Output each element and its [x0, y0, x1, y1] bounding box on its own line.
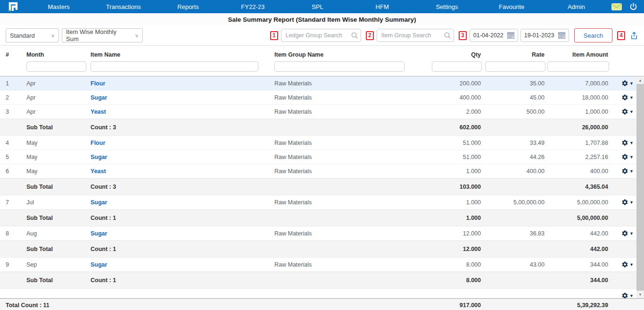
- nav-item-masters[interactable]: Masters: [26, 3, 91, 10]
- vertical-scrollbar[interactable]: ▲ ▼: [636, 76, 644, 298]
- nav-item-transactions[interactable]: Transactions: [91, 3, 156, 10]
- table-row[interactable]: 7 Jul Sugar Raw Materials 1.000 5,00,000…: [0, 195, 636, 209]
- table-row[interactable]: 9 Sep Sugar Raw Materials 8.000 43.00 34…: [0, 258, 636, 272]
- item-link[interactable]: Yeast: [91, 109, 106, 115]
- subtotal-row: Sub Total Count : 3 602.000 26,000.00: [0, 119, 636, 136]
- rate-filter-input[interactable]: [485, 61, 545, 72]
- scroll-up-icon[interactable]: ▲: [636, 76, 644, 84]
- item-link[interactable]: Sugar: [91, 230, 107, 237]
- item-name-filter-input[interactable]: [91, 61, 258, 72]
- row-settings-gear-icon[interactable]: [621, 168, 628, 175]
- item-link[interactable]: Flour: [91, 140, 105, 146]
- month-filter-input[interactable]: [26, 61, 86, 72]
- row-settings-caret-icon[interactable]: ▼: [629, 169, 634, 174]
- top-nav-bar: Masters Transactions Reports FY22-23 SPL…: [0, 0, 644, 13]
- report-view-select[interactable]: Item Wise Monthly Sum ∨: [62, 28, 143, 42]
- table-header: # Month Item Name Item Group Name Qty Ra…: [0, 46, 644, 76]
- filter-row: [0, 59, 644, 76]
- item-link[interactable]: Sugar: [91, 94, 107, 101]
- row-settings-caret-icon[interactable]: ▼: [629, 262, 634, 267]
- subtotal-qty: 1.000: [430, 215, 482, 221]
- nav-item-reports[interactable]: Reports: [156, 3, 220, 10]
- subtotal-amount: 4,365.04: [545, 184, 609, 190]
- table-row[interactable]: 5 May Sugar Raw Materials 51.000 44.26 2…: [0, 150, 636, 164]
- annotation-badge-4: 4: [617, 31, 625, 40]
- row-settings-gear-icon[interactable]: [621, 261, 628, 268]
- table-rows: 1 Apr Flour Raw Materials 200.000 35.00 …: [0, 76, 636, 298]
- ledger-group-search-input[interactable]: [281, 29, 361, 42]
- row-group: Raw Materials: [274, 230, 430, 237]
- date-from-input[interactable]: [473, 32, 507, 39]
- power-icon[interactable]: [629, 3, 637, 11]
- row-amount: 7,000.00: [545, 80, 609, 87]
- row-month: Jul: [26, 199, 91, 206]
- row-settings-gear-icon[interactable]: [621, 80, 628, 87]
- row-group: Raw Materials: [274, 199, 430, 206]
- qty-filter-input[interactable]: [432, 61, 482, 72]
- item-link[interactable]: Sugar: [91, 154, 107, 160]
- subtotal-label: Sub Total: [26, 246, 91, 252]
- row-settings-gear-icon[interactable]: [621, 230, 628, 237]
- nav-item-admin[interactable]: Admin: [544, 3, 609, 10]
- table-row[interactable]: 2 Apr Sugar Raw Materials 400.000 45.00 …: [0, 91, 636, 105]
- row-month: Apr: [26, 94, 91, 101]
- item-link[interactable]: Sugar: [91, 261, 107, 268]
- table-row[interactable]: 4 May Flour Raw Materials 51.000 33.49 1…: [0, 136, 636, 150]
- table-row[interactable]: 1 Apr Flour Raw Materials 200.000 35.00 …: [0, 76, 636, 91]
- nav-item-fy22-23[interactable]: FY22-23: [221, 3, 285, 10]
- row-month: Apr: [26, 109, 91, 115]
- item-link[interactable]: Sugar: [91, 199, 107, 206]
- item-group-filter-input[interactable]: [274, 61, 405, 72]
- row-settings-caret-icon[interactable]: ▼: [629, 231, 634, 236]
- date-to-input[interactable]: [524, 32, 558, 39]
- row-settings-gear-icon[interactable]: [621, 139, 628, 146]
- item-link[interactable]: Flour: [91, 80, 105, 87]
- table-row[interactable]: ▼: [0, 289, 636, 298]
- table-footer: Total Count : 11 917.000 5,39,292.39: [0, 298, 644, 310]
- row-settings-caret-icon[interactable]: ▼: [629, 155, 634, 159]
- table-row[interactable]: 3 Apr Yeast Raw Materials 2.000 500.00 1…: [0, 105, 636, 119]
- search-button[interactable]: Search: [574, 28, 612, 42]
- row-settings-caret-icon[interactable]: ▼: [629, 81, 634, 86]
- calendar-icon[interactable]: [507, 32, 514, 39]
- subtotal-count: Count : 3: [91, 184, 274, 190]
- subtotal-amount: 344.00: [545, 277, 609, 284]
- item-group-search-input[interactable]: [377, 29, 454, 42]
- row-rate: 44.26: [482, 154, 545, 160]
- row-settings-gear-icon[interactable]: [621, 94, 628, 101]
- scroll-down-icon[interactable]: ▼: [636, 291, 644, 298]
- row-settings-caret-icon[interactable]: ▼: [629, 109, 634, 114]
- row-settings-caret-icon[interactable]: ▼: [629, 95, 634, 100]
- nav-item-hfm[interactable]: HFM: [350, 3, 414, 10]
- row-settings-caret-icon[interactable]: ▼: [629, 200, 634, 205]
- col-header-month: Month: [26, 50, 91, 59]
- subtotal-amount: 5,00,000.00: [545, 215, 609, 221]
- row-rate: 5,00,000.00: [482, 199, 545, 206]
- report-type-select[interactable]: Standard ∨: [6, 28, 59, 42]
- row-settings-caret-icon[interactable]: ▼: [629, 141, 634, 145]
- row-number: 5: [0, 154, 26, 160]
- row-month: Apr: [26, 80, 91, 87]
- row-settings-caret-icon[interactable]: ▼: [629, 293, 634, 298]
- nav-item-favourite[interactable]: Favourite: [479, 3, 544, 10]
- nav-item-spl[interactable]: SPL: [285, 3, 350, 10]
- mail-icon[interactable]: [611, 3, 622, 10]
- item-link[interactable]: Yeast: [91, 168, 106, 175]
- nav-item-settings[interactable]: Settings: [414, 3, 479, 10]
- amount-filter-input[interactable]: [547, 61, 609, 72]
- row-settings-gear-icon[interactable]: [621, 199, 628, 206]
- table-row[interactable]: 8 Aug Sugar Raw Materials 12.000 36.83 4…: [0, 226, 636, 241]
- table-row[interactable]: 6 May Yeast Raw Materials 1.000 400.00 4…: [0, 164, 636, 178]
- row-settings-gear-icon[interactable]: [621, 108, 628, 115]
- row-rate: 33.49: [482, 140, 545, 146]
- scrollbar-thumb[interactable]: [636, 84, 644, 291]
- row-settings-gear-icon[interactable]: [621, 153, 628, 160]
- row-settings-gear-icon[interactable]: [621, 292, 628, 298]
- subtotal-count: Count : 1: [91, 215, 274, 221]
- search-icon: [444, 32, 451, 41]
- export-share-icon[interactable]: [630, 31, 638, 40]
- calendar-icon[interactable]: [558, 32, 565, 39]
- row-amount: 400.00: [545, 168, 609, 175]
- app-logo[interactable]: [0, 1, 26, 12]
- subtotal-label: Sub Total: [26, 184, 91, 190]
